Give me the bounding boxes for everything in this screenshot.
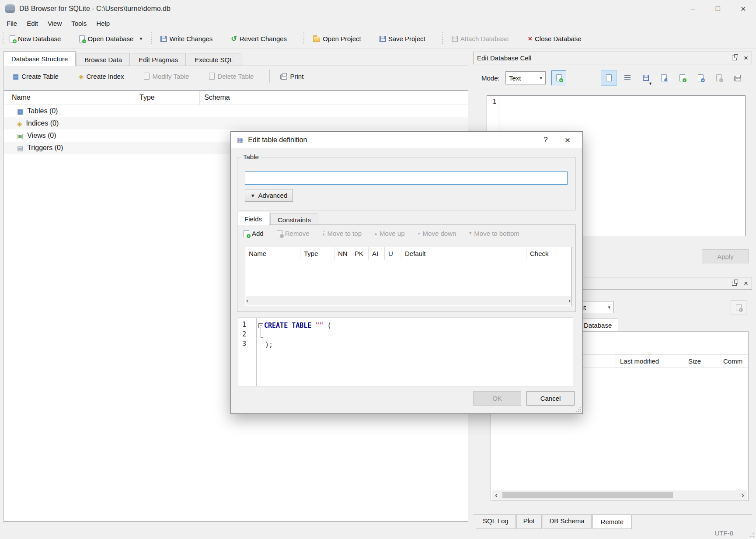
scroll-right-icon[interactable]: › xyxy=(568,297,571,304)
move-to-bottom-button: ▾ Move to bottom xyxy=(469,230,519,237)
column-type[interactable]: Type xyxy=(300,247,334,260)
move-up-icon: ▴ xyxy=(375,231,377,236)
move-to-bottom-icon: ▾ xyxy=(469,231,471,236)
new-database-button[interactable]: + New Database xyxy=(5,32,65,46)
text-mode-button[interactable] xyxy=(601,70,617,86)
import-settings-button[interactable]: + xyxy=(551,70,566,85)
column-type[interactable]: Type xyxy=(135,91,200,105)
fold-guide-line xyxy=(261,327,261,338)
scroll-left-icon[interactable]: ‹ xyxy=(246,297,248,304)
column-ai[interactable]: AI xyxy=(369,247,385,260)
float-panel-icon[interactable] xyxy=(732,56,737,60)
print-button[interactable]: Print xyxy=(276,69,308,84)
word-wrap-button[interactable] xyxy=(619,70,635,86)
null-icon: ○ xyxy=(716,74,722,81)
clone-database-button: › xyxy=(731,300,746,315)
float-panel-icon[interactable] xyxy=(732,281,737,286)
toolbar-grip xyxy=(3,32,3,46)
help-button[interactable]: ? xyxy=(537,136,554,144)
column-schema[interactable]: Schema xyxy=(200,91,468,105)
dialog-close-button[interactable]: × xyxy=(559,135,576,145)
resize-grip[interactable] xyxy=(750,533,754,537)
dialog-title-bar[interactable]: ▦ Edit table definition ? × xyxy=(231,132,582,148)
window-controls: – □ × xyxy=(680,0,756,18)
column-name[interactable]: Name xyxy=(4,91,135,105)
add-field-icon: + xyxy=(244,230,249,237)
menu-help[interactable]: Help xyxy=(91,18,115,28)
menu-file[interactable]: File xyxy=(2,18,22,28)
main-toolbar: + New Database › Open Database ▼ Write C… xyxy=(0,29,756,49)
sql-preview[interactable]: 1 2 3 −CREATE TABLE "" ( ); xyxy=(238,318,573,386)
open-in-app-button[interactable]: › xyxy=(674,70,690,86)
tab-execute-sql[interactable]: Execute SQL xyxy=(187,53,241,66)
create-table-button[interactable]: ▦ Create Table xyxy=(8,69,63,84)
write-changes-button[interactable]: Write Changes xyxy=(156,32,217,46)
add-field-button[interactable]: + Add xyxy=(244,230,264,237)
open-database-dropdown[interactable]: ▼ xyxy=(138,33,146,45)
column-name[interactable]: Name xyxy=(245,247,300,260)
column-size[interactable]: Size xyxy=(684,355,719,368)
move-down-button: ▾ Move down xyxy=(418,230,456,237)
table-name-input[interactable] xyxy=(245,172,568,185)
mode-select[interactable]: Text ▾ xyxy=(505,71,546,84)
print-cell-button[interactable] xyxy=(729,70,746,86)
scroll-right-icon[interactable]: › xyxy=(739,492,747,499)
tab-constraints[interactable]: Constraints xyxy=(270,214,318,225)
import-data-button[interactable]: ▼ xyxy=(638,70,654,86)
close-panel-icon[interactable]: × xyxy=(744,54,748,62)
structure-toolbar: ▦ Create Table ◈ Create Index Modify Tab… xyxy=(4,66,468,86)
tab-database-structure[interactable]: Database Structure xyxy=(3,51,76,66)
advanced-button[interactable]: ▼ Advanced xyxy=(245,189,293,202)
dialog-tab-bar: Fields Constraints xyxy=(237,212,319,225)
status-bar: UTF-8 xyxy=(0,527,756,539)
encoding-indicator[interactable]: UTF-8 xyxy=(715,529,734,537)
tree-item-indices[interactable]: ◈ Indices (0) xyxy=(4,117,468,130)
column-u[interactable]: U xyxy=(385,247,401,260)
column-nn[interactable]: NN xyxy=(334,247,351,260)
column-default[interactable]: Default xyxy=(401,247,526,260)
menu-edit[interactable]: Edit xyxy=(22,18,43,28)
tab-fields[interactable]: Fields xyxy=(237,212,269,225)
tab-edit-pragmas[interactable]: Edit Pragmas xyxy=(131,53,186,66)
open-project-button[interactable]: Open Project xyxy=(309,32,366,46)
revert-changes-icon: ↺ xyxy=(231,35,237,42)
column-check[interactable]: Check xyxy=(526,247,571,260)
menu-view[interactable]: View xyxy=(43,18,66,28)
column-pk[interactable]: PK xyxy=(351,247,369,260)
print-icon xyxy=(734,76,741,81)
mode-label: Mode: xyxy=(481,74,500,82)
menu-tools[interactable]: Tools xyxy=(66,18,91,28)
tab-browse-data[interactable]: Browse Data xyxy=(77,53,130,66)
create-index-button[interactable]: ◈ Create Index xyxy=(74,69,128,84)
open-database-button[interactable]: › Open Database xyxy=(75,32,138,46)
save-project-button[interactable]: Save Project xyxy=(375,32,430,46)
toolbar-separator xyxy=(303,32,304,46)
tree-item-tables[interactable]: ▦ Tables (0) xyxy=(4,105,468,117)
text-document-icon xyxy=(606,74,612,81)
revert-changes-button[interactable]: ↺ Revert Changes xyxy=(226,32,291,46)
scrollbar-thumb[interactable] xyxy=(502,492,673,498)
close-panel-icon[interactable]: × xyxy=(744,280,748,287)
open-database-icon: › xyxy=(79,35,85,42)
close-button[interactable]: × xyxy=(731,0,756,18)
export-data-button[interactable]: ❏ xyxy=(656,70,672,86)
maximize-button[interactable]: □ xyxy=(705,0,731,18)
copy-link-button[interactable]: ∞ xyxy=(693,70,709,86)
close-database-button[interactable]: × Close Database xyxy=(524,32,586,46)
remote-horizontal-scrollbar[interactable]: ‹ › xyxy=(492,490,747,500)
tables-icon: ▦ xyxy=(17,108,23,115)
sql-line-2 xyxy=(258,330,573,340)
table-group-box: Table ▼ Advanced xyxy=(237,157,576,210)
fields-toolbar: + Add − Remove ▴ Move to top ▴ Move up ▾… xyxy=(237,225,575,237)
scroll-left-icon[interactable]: ‹ xyxy=(492,492,501,499)
table-icon: ▦ xyxy=(237,136,244,144)
dialog-resize-grip[interactable] xyxy=(576,407,581,412)
column-last-modified[interactable]: Last modified xyxy=(616,355,684,368)
fields-table-header: Name Type NN PK AI U Default Check xyxy=(245,247,571,260)
fields-tab-page: + Add − Remove ▴ Move to top ▴ Move up ▾… xyxy=(237,224,576,312)
fields-horizontal-scrollbar[interactable]: ‹ › xyxy=(246,296,571,305)
minimize-button[interactable]: – xyxy=(680,0,705,18)
cancel-button[interactable]: Cancel xyxy=(526,391,575,406)
cell-panel-title: Edit Database Cell xyxy=(477,54,732,62)
column-commit[interactable]: Comm xyxy=(719,355,748,368)
